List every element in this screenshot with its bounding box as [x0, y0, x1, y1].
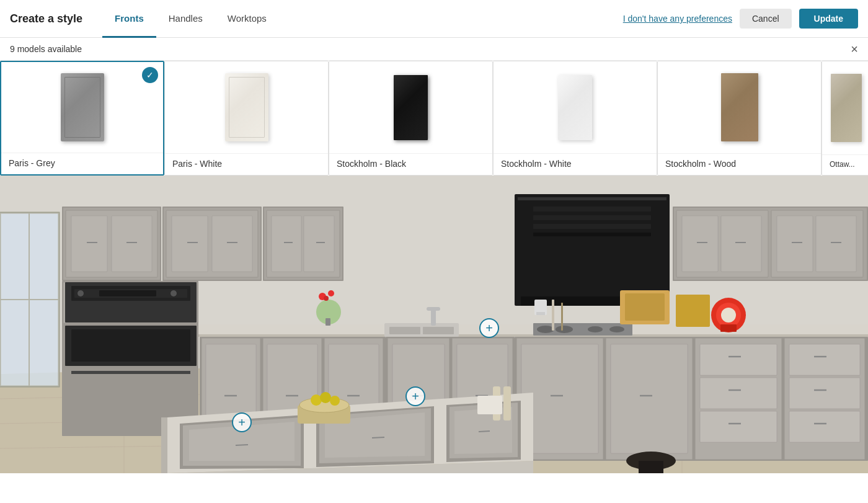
svg-rect-154	[639, 461, 663, 473]
style-card-paris-grey[interactable]: Paris - Grey ✓	[0, 61, 164, 176]
svg-rect-49	[816, 216, 856, 272]
svg-point-95	[609, 326, 624, 332]
svg-rect-105	[700, 411, 777, 442]
svg-rect-156	[503, 386, 511, 421]
svg-rect-70	[99, 290, 156, 296]
svg-rect-41	[533, 233, 651, 236]
svg-rect-106	[789, 344, 860, 375]
svg-rect-136	[326, 318, 330, 326]
models-bar: 9 models available ×	[0, 38, 868, 61]
svg-point-94	[588, 326, 603, 332]
no-preferences-link[interactable]: I don't have any preferences	[623, 14, 732, 24]
svg-rect-40	[533, 224, 651, 229]
tab-worktops[interactable]: Worktops	[215, 1, 279, 38]
svg-rect-107	[789, 378, 860, 409]
svg-rect-38	[533, 207, 651, 211]
svg-rect-62	[427, 307, 440, 311]
tab-handles[interactable]: Handles	[156, 1, 215, 38]
svg-rect-25	[212, 216, 252, 272]
svg-rect-143	[676, 295, 710, 327]
card-image	[1, 62, 163, 153]
svg-rect-140	[536, 312, 545, 315]
svg-line-129	[236, 445, 248, 445]
tab-bar: Fronts Handles Worktops	[102, 0, 623, 37]
svg-rect-18	[112, 216, 152, 272]
style-cards-container: Paris - Grey ✓ Paris - White Stockholm -…	[0, 61, 868, 176]
page-title: Create a style	[10, 12, 82, 25]
svg-rect-47	[721, 216, 761, 272]
svg-rect-157	[477, 396, 502, 414]
cancel-button[interactable]: Cancel	[740, 9, 792, 29]
card-label: Stockholm - White	[494, 153, 657, 175]
door-preview-wood	[721, 73, 758, 141]
card-label: Paris - Grey	[1, 153, 163, 174]
plus-button-1[interactable]: +	[479, 318, 499, 338]
kitchen-scene: + + +	[0, 176, 868, 473]
svg-rect-102	[611, 344, 688, 453]
card-image	[494, 61, 657, 153]
svg-rect-61	[431, 309, 436, 326]
svg-rect-142	[625, 293, 665, 321]
update-button[interactable]: Update	[799, 9, 858, 29]
door-preview-black	[394, 75, 428, 140]
svg-rect-108	[789, 411, 860, 442]
door-preview-partial	[831, 74, 862, 142]
svg-rect-72	[71, 329, 190, 362]
close-icon[interactable]: ×	[851, 43, 858, 55]
svg-rect-137	[552, 300, 554, 331]
plus-button-2[interactable]: +	[405, 386, 425, 406]
svg-point-135	[324, 296, 329, 301]
svg-rect-48	[777, 216, 813, 272]
svg-point-68	[78, 290, 84, 296]
svg-rect-17	[71, 216, 107, 272]
style-card-ottawa[interactable]: Ottaw...	[822, 61, 868, 176]
tab-fronts[interactable]: Fronts	[102, 1, 156, 38]
header-actions: I don't have any preferences Cancel Upda…	[623, 9, 858, 29]
svg-rect-59	[389, 327, 420, 334]
card-image	[165, 61, 328, 153]
svg-line-130	[372, 437, 384, 438]
svg-point-151	[320, 392, 331, 403]
svg-rect-46	[682, 216, 718, 272]
kitchen-svg	[0, 176, 868, 473]
style-card-stockholm-black[interactable]: Stockholm - Black	[329, 61, 493, 176]
selected-check-icon: ✓	[142, 67, 158, 83]
card-label: Ottaw...	[822, 154, 868, 175]
card-image	[658, 61, 821, 153]
door-preview-white	[225, 73, 268, 141]
card-label: Stockholm - Wood	[658, 153, 821, 175]
models-count: 9 models available	[10, 44, 82, 54]
plus-button-3[interactable]: +	[232, 412, 252, 432]
svg-point-93	[556, 326, 573, 333]
svg-point-92	[537, 326, 554, 333]
card-image	[822, 61, 868, 154]
style-card-stockholm-white[interactable]: Stockholm - White	[493, 61, 657, 176]
svg-point-69	[170, 290, 177, 296]
svg-line-131	[479, 431, 490, 432]
svg-rect-32	[304, 216, 334, 272]
svg-rect-103	[700, 344, 777, 375]
card-label: Stockholm - Black	[329, 153, 492, 175]
svg-point-152	[330, 396, 340, 406]
svg-rect-39	[533, 215, 651, 220]
svg-rect-73	[71, 371, 190, 374]
style-card-stockholm-wood[interactable]: Stockholm - Wood	[657, 61, 822, 176]
header: Create a style Fronts Handles Worktops I…	[0, 0, 868, 38]
style-card-paris-white[interactable]: Paris - White	[164, 61, 329, 176]
svg-point-146	[721, 308, 736, 323]
card-label: Paris - White	[165, 153, 328, 175]
svg-point-134	[328, 290, 334, 296]
svg-rect-104	[700, 378, 777, 409]
svg-rect-13	[0, 213, 59, 386]
door-preview-white2	[558, 75, 592, 140]
svg-rect-138	[561, 303, 563, 331]
svg-rect-147	[720, 324, 737, 332]
card-image	[329, 61, 492, 153]
svg-rect-60	[423, 327, 454, 334]
svg-rect-36	[518, 197, 666, 200]
door-preview-grey	[61, 73, 104, 141]
svg-rect-31	[272, 216, 301, 272]
svg-marker-119	[161, 417, 167, 473]
svg-rect-24	[172, 216, 208, 272]
